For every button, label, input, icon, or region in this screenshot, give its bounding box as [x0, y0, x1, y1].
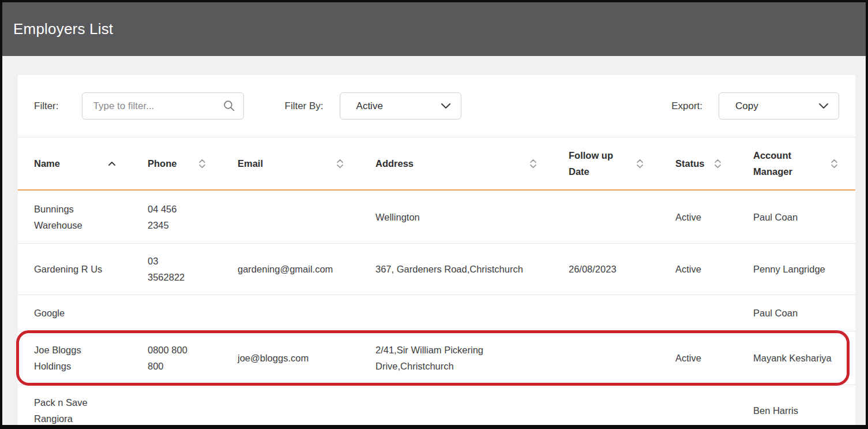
filter-by-select[interactable]: Active: [340, 92, 461, 120]
cell-follow-up-date: [569, 401, 675, 420]
cell-name: Bunnings Warehouse: [34, 192, 148, 243]
cell-email: [238, 304, 375, 322]
export-group: Export: Copy: [671, 92, 839, 120]
cell-status: [675, 401, 753, 420]
export-select[interactable]: Copy: [719, 92, 839, 120]
cell-phone: 0800 800 800: [148, 333, 238, 383]
sort-icon: [529, 159, 537, 169]
employers-card: Filter: Filter By: Active Export: Copy: [18, 75, 855, 429]
cell-address: 367, Gardeners Road,Christchurch: [375, 252, 569, 286]
cell-email: joe@bloggs.com: [238, 341, 375, 375]
filter-bar: Filter: Filter By: Active Export: Copy: [18, 75, 855, 137]
cell-status: [675, 304, 753, 322]
cell-address: [375, 304, 569, 322]
column-header-name[interactable]: Name: [34, 155, 148, 171]
column-header-account-manager[interactable]: Account Manager: [753, 147, 839, 180]
column-header-follow-up-date[interactable]: Follow up Date: [569, 147, 675, 180]
sort-icon: [198, 159, 206, 169]
search-icon: [223, 100, 235, 111]
column-header-phone[interactable]: Phone: [148, 155, 238, 171]
column-header-email[interactable]: Email: [238, 155, 375, 171]
cell-phone: 04 456 2345: [148, 192, 238, 243]
filter-by-label: Filter By:: [285, 100, 324, 112]
cell-address: Wellington: [375, 200, 569, 234]
cell-account-manager: Ben Harris: [753, 393, 839, 428]
filter-label: Filter:: [34, 100, 59, 112]
table-row[interactable]: Google Paul Coan: [18, 295, 855, 331]
cell-follow-up-date: [569, 208, 675, 226]
table-header-row: Name Phone Email Address: [18, 137, 855, 191]
sort-icon: [336, 159, 344, 169]
cell-phone: [148, 401, 238, 420]
cell-email: [238, 208, 375, 226]
sort-asc-icon: [108, 161, 116, 166]
cell-name: Gardening R Us: [34, 252, 148, 286]
cell-status: Active: [675, 200, 753, 234]
cell-address: 2/41,Sir William Pickering Drive,Christc…: [375, 333, 569, 383]
cell-account-manager: Mayank Keshariya: [753, 341, 839, 375]
cell-follow-up-date: [569, 349, 675, 367]
chevron-down-icon: [441, 103, 451, 109]
cell-status: Active: [675, 252, 753, 286]
cell-name: Joe Bloggs Holdings: [34, 333, 148, 383]
column-header-address[interactable]: Address: [375, 155, 569, 171]
filter-input[interactable]: [82, 92, 244, 120]
sort-icon: [636, 159, 644, 169]
cell-account-manager: Paul Coan: [753, 296, 839, 330]
cell-email: gardening@gmail.com: [238, 252, 375, 286]
cell-account-manager: Paul Coan: [753, 200, 839, 234]
cell-address: [375, 401, 569, 420]
title-bar: Employers List: [2, 2, 866, 56]
cell-phone: [148, 304, 238, 322]
cell-follow-up-date: [569, 304, 675, 322]
app-window: Employers List Filter: Filter By: Active: [0, 0, 868, 429]
cell-name: Google: [34, 296, 148, 330]
page-title: Employers List: [13, 20, 113, 38]
export-label: Export:: [671, 100, 702, 112]
cell-follow-up-date: 26/08/2023: [569, 252, 675, 286]
sort-icon: [714, 159, 722, 169]
table-row-highlighted[interactable]: Joe Bloggs Holdings 0800 800 800 joe@blo…: [18, 331, 855, 385]
table-row[interactable]: Gardening R Us 03 3562822 gardening@gmai…: [18, 244, 855, 295]
cell-email: [238, 401, 375, 420]
chevron-down-icon: [818, 103, 829, 109]
filter-input-wrap: [82, 92, 244, 120]
cell-name: Pack n Save Rangiora: [34, 385, 148, 429]
table-body: Bunnings Warehouse 04 456 2345 Wellingto…: [18, 191, 855, 429]
cell-phone: 03 3562822: [148, 244, 238, 294]
table-row[interactable]: Bunnings Warehouse 04 456 2345 Wellingto…: [18, 191, 855, 244]
cell-account-manager: Penny Langridge: [753, 252, 839, 286]
export-value: Copy: [735, 100, 758, 112]
filter-by-value: Active: [356, 100, 383, 112]
column-header-status[interactable]: Status: [675, 155, 753, 171]
cell-status: Active: [675, 341, 753, 375]
sort-icon: [831, 159, 838, 169]
table-row[interactable]: Pack n Save Rangiora Ben Harris: [18, 385, 855, 429]
